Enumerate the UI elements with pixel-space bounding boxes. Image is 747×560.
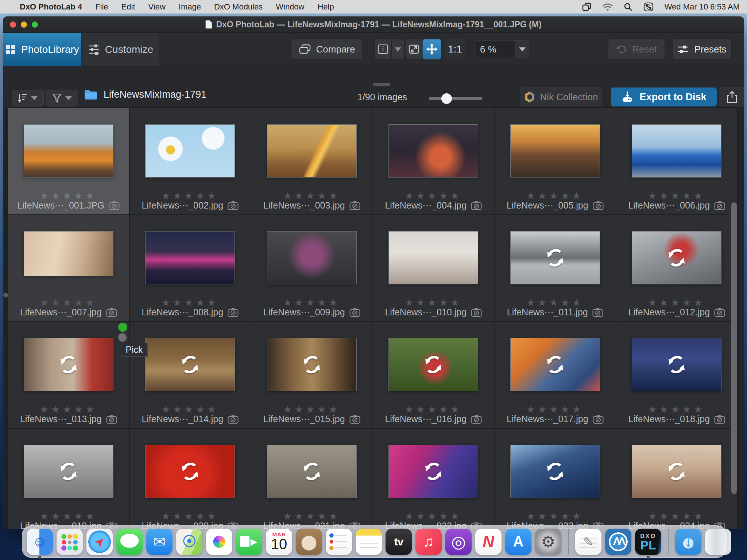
zoom-level-dropdown[interactable]: 6 % bbox=[475, 40, 529, 58]
thumbnail-image[interactable] bbox=[145, 231, 235, 284]
thumbnail-cell[interactable]: ★★★★★ LifeNews⋯_015.jpg bbox=[251, 322, 372, 428]
thumbnail-cell[interactable]: ★★★★★ LifeNews⋯_008.jpg bbox=[130, 215, 251, 321]
thumbnail-cell[interactable]: ★★★★★ LifeNews⋯_003.jpg bbox=[251, 108, 372, 214]
presets-button[interactable]: Presets bbox=[672, 39, 732, 59]
thumbnail-image[interactable] bbox=[388, 124, 478, 178]
menu-view[interactable]: View bbox=[148, 2, 166, 12]
spotlight-search-icon[interactable] bbox=[624, 3, 632, 11]
thumbnail-image[interactable] bbox=[388, 338, 478, 391]
menu-help[interactable]: Help bbox=[317, 2, 334, 12]
thumbnail-cell[interactable]: ★★★★★ LifeNews⋯_016.jpg bbox=[373, 322, 494, 428]
slider-knob[interactable] bbox=[441, 93, 452, 104]
menu-window[interactable]: Window bbox=[276, 2, 304, 12]
thumbnail-cell[interactable]: ★★★★★ LifeNews⋯_013.jpg bbox=[8, 322, 129, 428]
app-menu-title[interactable]: DxO PhotoLab 4 bbox=[20, 2, 82, 12]
share-button[interactable] bbox=[719, 88, 744, 106]
dock-item-downloads[interactable]: ↓ bbox=[675, 529, 701, 555]
dock-item-facetime[interactable]: ▶ bbox=[236, 529, 262, 555]
panel-collapse-grip[interactable] bbox=[373, 83, 390, 86]
menu-image[interactable]: Image bbox=[179, 2, 201, 12]
thumbnail-cell[interactable]: ★★★★★ LifeNews⋯_009.jpg bbox=[251, 215, 372, 321]
dock-item-dxo-photolab[interactable]: DXO PL bbox=[635, 529, 661, 555]
compare-button[interactable]: Compare bbox=[291, 39, 363, 59]
thumbnail-cell[interactable]: ★★★★★ LifeNews⋯_014.jpg bbox=[130, 322, 251, 428]
zoom-1-1-button[interactable]: 1:1 bbox=[445, 39, 465, 59]
thumbnail-image[interactable] bbox=[510, 124, 600, 178]
dock-item-textedit[interactable]: ✎ bbox=[575, 529, 601, 555]
thumbnail-cell[interactable]: ★★★★★ LifeNews⋯_019.jpg bbox=[8, 429, 129, 529]
thumbnail-image[interactable] bbox=[510, 338, 600, 391]
menu-bar-clock[interactable]: Wed Mar 10 6:53 AM bbox=[665, 2, 740, 12]
thumbnail-cell[interactable]: ★★★★★ LifeNews⋯_002.jpg bbox=[130, 108, 251, 214]
current-folder[interactable]: LifeNewsMixImag-1791 bbox=[84, 89, 206, 100]
thumbnail-image[interactable] bbox=[24, 231, 113, 276]
title-bar[interactable]: DxO PhotoLab — LifeNewsMixImag-1791 — Li… bbox=[3, 16, 744, 33]
vertical-scrollbar[interactable] bbox=[731, 202, 737, 494]
thumbnail-image[interactable] bbox=[510, 445, 600, 498]
thumbnail-cell[interactable]: ★★★★★ LifeNews⋯_005.jpg bbox=[495, 108, 616, 214]
thumbnail-image[interactable] bbox=[388, 231, 478, 284]
menu-file[interactable]: File bbox=[95, 2, 108, 12]
dock-item-notes[interactable] bbox=[356, 529, 382, 555]
thumbnail-cell[interactable]: ★★★★★ LifeNews⋯_011.jpg bbox=[495, 215, 616, 321]
dock-item-dxo-installer[interactable]: ΛΛ bbox=[605, 529, 631, 555]
thumbnail-image[interactable] bbox=[388, 445, 478, 498]
thumbnail-cell[interactable]: ★★★★★ LifeNews⋯_017.jpg bbox=[495, 322, 616, 428]
thumbnail-cell[interactable]: ★★★★★ LifeNews⋯_020.jpg bbox=[130, 429, 251, 529]
export-to-disk-button[interactable]: Export to Disk bbox=[611, 88, 717, 106]
dock-item-settings[interactable]: ⚙ bbox=[535, 529, 561, 555]
thumbnail-cell[interactable]: ★★★★★ LifeNews⋯_023.jpg bbox=[495, 429, 616, 529]
thumbnail-image[interactable] bbox=[267, 231, 357, 284]
dock-item-photos[interactable] bbox=[206, 529, 232, 555]
thumbnail-image[interactable] bbox=[267, 338, 357, 391]
dock-item-music[interactable]: ♫ bbox=[415, 529, 442, 555]
dock-item-trash[interactable] bbox=[705, 529, 731, 555]
thumbnail-image[interactable] bbox=[632, 338, 721, 391]
thumbnail-cell[interactable]: ★★★★★ LifeNews⋯_018.jpg bbox=[616, 322, 738, 428]
sort-button[interactable] bbox=[12, 90, 44, 106]
wifi-icon[interactable] bbox=[603, 3, 613, 11]
thumbnail-image[interactable] bbox=[632, 124, 721, 178]
fit-to-screen-button[interactable] bbox=[406, 39, 422, 59]
thumbnail-cell[interactable]: ★★★★★ LifeNews⋯_012.jpg bbox=[616, 215, 738, 321]
thumbnail-image[interactable] bbox=[145, 445, 235, 498]
reset-button[interactable]: Reset bbox=[608, 39, 665, 59]
dock-item-finder[interactable]: ☺ bbox=[27, 529, 53, 555]
thumbnail-image[interactable] bbox=[632, 445, 721, 498]
thumbnail-image[interactable] bbox=[510, 231, 600, 284]
zoom-dropdown-caret[interactable] bbox=[515, 41, 529, 58]
thumbnail-image[interactable] bbox=[267, 124, 357, 178]
dock-item-safari[interactable]: ➤ bbox=[86, 529, 113, 555]
thumbnail-cell[interactable]: ★★★★★ LifeNews⋯_007.jpg bbox=[8, 215, 129, 321]
thumbnail-image[interactable] bbox=[267, 445, 357, 498]
filter-button[interactable] bbox=[46, 90, 78, 106]
tab-photolibrary[interactable]: PhotoLibrary bbox=[3, 33, 81, 66]
dock-item-news[interactable]: N bbox=[475, 529, 502, 555]
thumbnail-cell[interactable]: ★★★★★ LifeNews⋯_001.JPG bbox=[8, 108, 129, 214]
stage-manager-icon[interactable] bbox=[582, 3, 592, 11]
thumbnail-image[interactable] bbox=[24, 445, 113, 498]
control-center-icon[interactable] bbox=[643, 3, 654, 11]
thumbnail-cell[interactable]: ★★★★★ LifeNews⋯_004.jpg bbox=[373, 108, 494, 214]
dock-item-calendar[interactable]: MAR 10 bbox=[266, 529, 292, 555]
pick-flag-green[interactable] bbox=[118, 323, 127, 332]
thumbnail-image[interactable] bbox=[24, 124, 113, 178]
thumbnail-image[interactable] bbox=[145, 338, 235, 391]
splitview-button[interactable] bbox=[374, 39, 392, 59]
left-panel-grip[interactable] bbox=[3, 293, 8, 298]
thumbnail-cell[interactable]: ★★★★★ LifeNews⋯_021.jpg bbox=[251, 429, 372, 529]
dock-item-appletv[interactable]: tv bbox=[386, 529, 412, 555]
nik-collection-button[interactable]: Nik Collection bbox=[520, 88, 602, 106]
thumbnail-cell[interactable]: ★★★★★ LifeNews⋯_024.jpg bbox=[616, 429, 738, 529]
splitview-dropdown[interactable] bbox=[392, 39, 404, 59]
thumbnail-size-slider[interactable] bbox=[429, 97, 482, 100]
tab-customize[interactable]: Customize bbox=[82, 33, 159, 66]
thumbnail-image[interactable] bbox=[24, 338, 113, 391]
dock-item-maps[interactable]: ⦿ bbox=[176, 529, 202, 555]
thumbnail-image[interactable] bbox=[145, 124, 235, 178]
dock-item-reminders[interactable] bbox=[326, 529, 352, 555]
thumbnail-cell[interactable]: ★★★★★ LifeNews⋯_010.jpg bbox=[373, 215, 494, 321]
dock-item-mail[interactable]: ✉ bbox=[146, 529, 173, 555]
menu-dxo-modules[interactable]: DxO Modules bbox=[214, 2, 263, 12]
dock-item-launchpad[interactable] bbox=[57, 529, 83, 555]
